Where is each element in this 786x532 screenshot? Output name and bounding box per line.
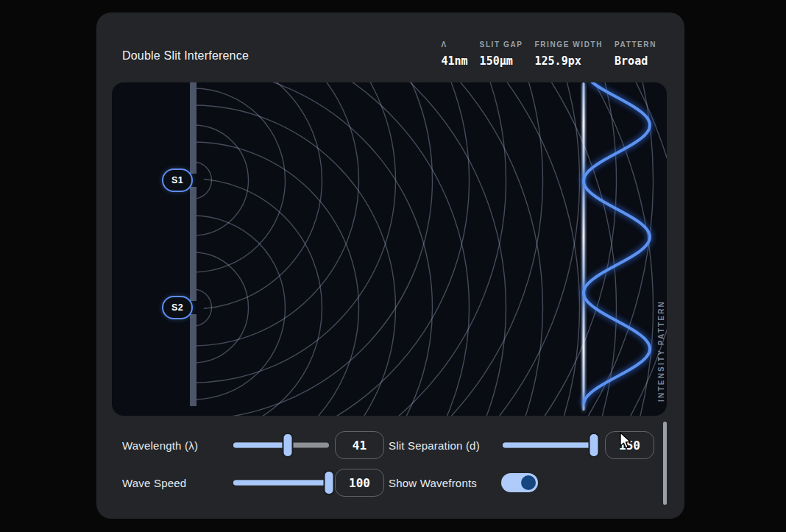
slit-2-badge: S2 [162, 296, 193, 319]
slit-2-label: S2 [171, 302, 183, 313]
stat-slit-gap-value: 150μm [480, 54, 513, 68]
wavelength-value-box[interactable] [335, 431, 384, 459]
stat-wavelength-label: Λ [441, 40, 447, 49]
wavelength-slider-thumb[interactable] [283, 433, 294, 458]
page-title: Double Slit Interference [122, 49, 249, 63]
slit-separation-slider-track[interactable] [503, 443, 594, 448]
stat-pattern-value: Broad [615, 54, 648, 68]
intensity-curve-glow [584, 82, 650, 402]
intensity-pattern-label: INTENSITY PATTERN [657, 299, 665, 401]
stat-wavelength-value: 41nm [441, 54, 467, 68]
wave-speed-slider-track[interactable] [233, 480, 329, 486]
slit-separation-value-box[interactable] [605, 431, 654, 459]
wave-speed-slider[interactable] [233, 467, 329, 498]
stat-fringe-width-label: FRINGE WIDTH [535, 40, 603, 49]
wavelength-label: Wavelength (λ) [122, 430, 198, 461]
wave-speed-label: Wave Speed [122, 467, 186, 498]
wavelength-input[interactable] [336, 432, 383, 458]
stat-pattern: PATTERN Broad [615, 40, 656, 68]
detection-screen-line [583, 82, 585, 411]
slit-1-opening [192, 174, 204, 186]
wave-speed-input[interactable] [336, 469, 383, 496]
slit-separation-slider[interactable] [503, 430, 594, 461]
wavelength-slider[interactable] [233, 430, 329, 461]
slit-barrier [190, 82, 196, 406]
stat-wavelength: Λ 41nm [441, 40, 467, 68]
wave-speed-value-box[interactable] [335, 469, 384, 497]
slit-1-badge: S1 [162, 169, 193, 192]
screen: Double Slit Interference Λ 41nm SLIT GAP… [0, 0, 786, 532]
show-wavefronts-toggle[interactable] [501, 473, 538, 492]
wave-speed-slider-thumb[interactable] [324, 470, 335, 495]
wave-visualization [112, 82, 667, 416]
panel-scrollbar[interactable] [663, 422, 667, 505]
stat-fringe-width: FRINGE WIDTH 125.9px [535, 40, 603, 68]
slit-2-opening [192, 302, 204, 313]
slit-separation-slider-thumb[interactable] [589, 433, 600, 458]
slit-1-label: S1 [171, 175, 183, 185]
stat-slit-gap-label: SLIT GAP [480, 40, 523, 49]
simulation-canvas: S1 S2 INTENSITY PATTERN [112, 82, 667, 416]
intensity-curve [584, 82, 650, 402]
stats-readout: Λ 41nm SLIT GAP 150μm FRINGE WIDTH 125.9… [441, 40, 656, 68]
stat-fringe-width-value: 125.9px [535, 54, 581, 68]
app-panel: Double Slit Interference Λ 41nm SLIT GAP… [96, 13, 684, 519]
slit-separation-input[interactable] [606, 432, 654, 458]
stat-slit-gap: SLIT GAP 150μm [480, 40, 523, 68]
stat-pattern-label: PATTERN [615, 40, 656, 49]
toggle-knob [521, 475, 536, 490]
slit-separation-label: Slit Separation (d) [389, 430, 480, 461]
show-wavefronts-label: Show Wavefronts [389, 467, 477, 498]
wavelength-slider-track[interactable] [233, 443, 329, 448]
